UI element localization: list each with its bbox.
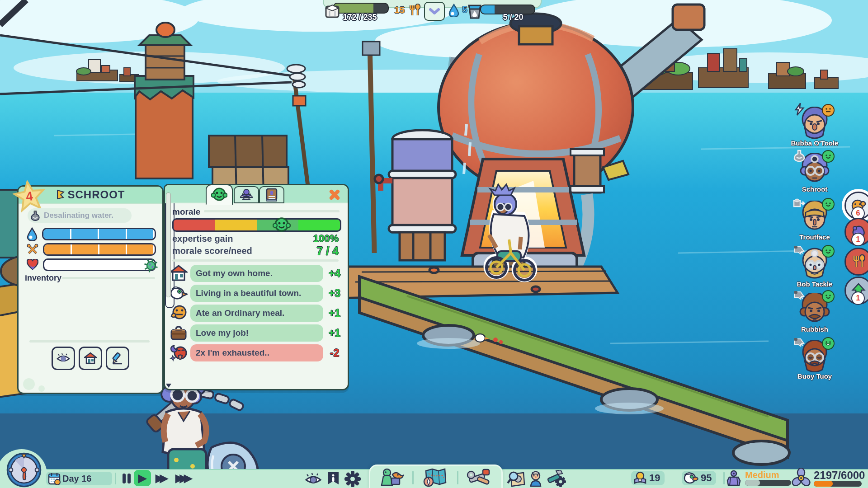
close-button[interactable] [328, 188, 341, 202]
storage-count: 172 / 235 [330, 13, 390, 22]
modifier-text: 2x I'm exhausted.. [190, 344, 323, 361]
pencil-icon [111, 352, 124, 365]
divider [29, 340, 150, 343]
fastest-forward-button[interactable]: ▶▶▶ [175, 472, 192, 484]
modifier-text: Living in a beautiful town. [190, 285, 323, 302]
settings-button[interactable] [344, 470, 362, 488]
bubble-decoration [23, 378, 35, 390]
morale-score-label: morale score/need [172, 246, 252, 256]
mood-happy-icon [822, 150, 835, 163]
character-panel: SCHROOT 4 Desalinating water. [17, 185, 164, 394]
hud-expand-button[interactable] [424, 2, 445, 21]
divider [62, 277, 155, 279]
tab-work[interactable] [234, 186, 259, 203]
crew-portrait [798, 201, 831, 233]
citizens-button[interactable] [528, 471, 543, 487]
morale-bar [172, 218, 341, 232]
work-wrench-icon [239, 188, 254, 201]
briefcase-icon [170, 325, 188, 341]
utensils-icon [409, 4, 421, 17]
calendar-icon [48, 472, 61, 485]
character-actions [19, 347, 162, 370]
research-points-value: 19 [649, 472, 660, 484]
drifters-button[interactable] [379, 468, 404, 487]
expertise-label: expertise gain [172, 234, 233, 244]
bubble-decoration [38, 385, 45, 392]
lightning-icon [793, 103, 806, 116]
scroll-down-arrow[interactable] [166, 384, 171, 388]
water-tank-bar [480, 5, 533, 13]
divider [115, 473, 116, 484]
town-size-label: Medium [745, 470, 779, 480]
house-icon [170, 264, 188, 282]
flask-icon [30, 210, 40, 221]
mood-grin-icon [822, 337, 835, 350]
build-button[interactable] [467, 468, 493, 488]
modifier-value: +3 [326, 287, 343, 300]
play-button[interactable]: ▶ [134, 470, 151, 486]
visibility-button[interactable] [305, 473, 322, 485]
crew-name: Rubbish [788, 326, 842, 333]
crew-member-bubba[interactable]: Bubba O'Toole [788, 107, 842, 147]
heart-icon [27, 259, 38, 271]
propulsion-value: 2197/6000 [814, 469, 865, 482]
home-button[interactable] [79, 347, 102, 370]
research-points-pill[interactable]: 19 [631, 471, 665, 485]
crew-portrait [798, 153, 831, 185]
food-stat-bar [43, 243, 156, 256]
morale-marker-face-icon [273, 216, 291, 234]
crew-member-schroot[interactable]: Schroot [788, 153, 842, 193]
crew-member-troutface[interactable]: Troutface [788, 201, 842, 241]
exhausted-face-icon [170, 344, 188, 362]
divider [457, 471, 458, 484]
research-button[interactable] [506, 471, 525, 487]
info-button[interactable] [326, 471, 340, 487]
seagull-pill[interactable]: 95 [682, 471, 716, 485]
chevron-down-icon [429, 8, 440, 14]
tab-morale[interactable] [206, 184, 233, 205]
food-stat-row [27, 244, 156, 255]
follow-button[interactable] [52, 347, 75, 370]
town-weight-icon [726, 470, 741, 487]
morale-face-icon [211, 187, 227, 202]
crew-name: Bob Tackle [788, 281, 842, 288]
idea-book-icon [633, 471, 647, 485]
morale-score-row: morale score/need 7 / 4 [172, 244, 339, 258]
crafting-button[interactable] [547, 470, 567, 488]
mood-neutral-icon [822, 104, 835, 117]
morale-modifier-row: Love my job! +1 [170, 324, 343, 342]
modifier-value: -2 [326, 347, 343, 359]
modifier-text: Ate an Ordinary meal. [190, 305, 323, 322]
crew-name: Troutface [788, 234, 842, 241]
town-size-bar [745, 480, 791, 486]
tab-journal[interactable] [259, 186, 284, 203]
morale-modifier-row: 2x I'm exhausted.. -2 [170, 344, 343, 362]
time-clock[interactable] [3, 452, 45, 488]
day-counter[interactable]: Day 16 [46, 472, 112, 485]
fast-forward-button[interactable]: ▶▶ [156, 472, 168, 484]
modifier-text: Love my job! [190, 324, 323, 342]
journal-book-icon [266, 188, 278, 202]
modifier-value: +4 [326, 267, 343, 280]
crew-portrait [798, 248, 831, 280]
map-button[interactable] [422, 468, 448, 487]
storage-bar [333, 3, 387, 12]
alert-badge: 1 [851, 233, 865, 246]
mood-happy-icon [822, 198, 835, 211]
crew-member-bob-tackle[interactable]: Bob Tackle [788, 248, 842, 288]
crew-member-rubbish[interactable]: Rubbish [788, 293, 842, 333]
scrollbar-thumb[interactable] [166, 192, 171, 297]
rename-button[interactable] [106, 347, 129, 370]
fast-forward-icon: ▶▶ [156, 472, 164, 484]
water-stat-row [27, 228, 156, 240]
crate-icon [793, 197, 806, 210]
flag-icon [56, 189, 65, 200]
character-name: SCHROOT [68, 188, 125, 201]
game-screen: 172 / 235 15 5 5 / 20 Bubba O'Toole [0, 0, 868, 488]
inventory-label: inventory [25, 273, 61, 283]
pause-button[interactable] [121, 473, 132, 484]
water-tower [135, 23, 193, 178]
meal-face-icon [170, 305, 188, 322]
meals-count: 15 [394, 5, 405, 15]
crew-member-buoy-tuoy[interactable]: Buoy Tuoy [788, 340, 842, 380]
